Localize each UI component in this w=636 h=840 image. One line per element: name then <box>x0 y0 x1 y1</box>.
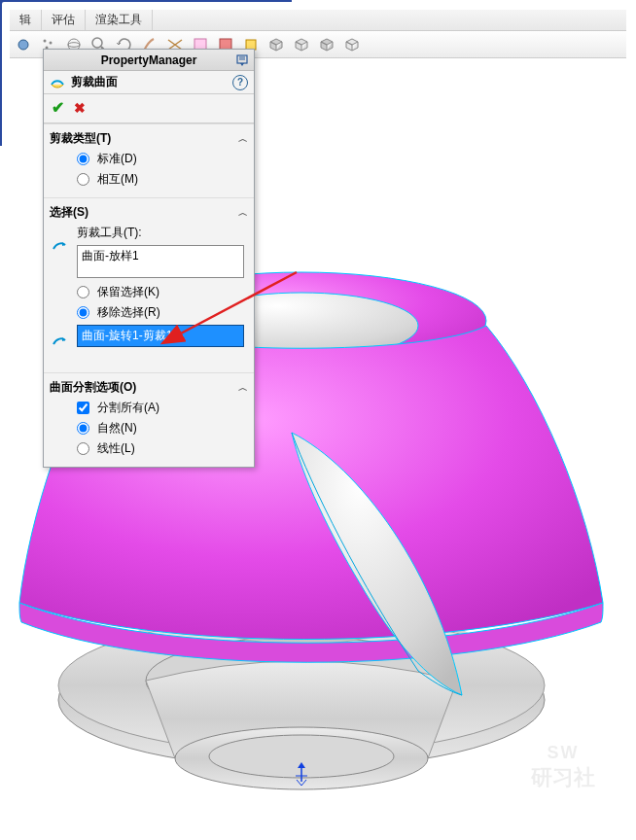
svg-point-1 <box>44 39 47 42</box>
trim-surface-icon <box>50 75 65 90</box>
svg-point-0 <box>18 40 28 50</box>
svg-point-5 <box>68 42 80 47</box>
radio-keep-selection[interactable]: 保留选择(K) <box>50 282 248 302</box>
toolbar-spot-icon[interactable] <box>14 35 33 54</box>
trim-tool-label: 剪裁工具(T): <box>50 223 248 243</box>
chevron-up-icon: ︿ <box>238 206 248 220</box>
target-selection-value: 曲面-旋转1-剪裁1 <box>82 329 172 342</box>
radio-linear[interactable]: 线性(L) <box>50 438 248 459</box>
section-head-trim-type[interactable]: 剪裁类型(T) ︿ <box>50 128 248 149</box>
selection-target-icon <box>50 331 69 350</box>
confirm-row: ✔ ✖ <box>44 94 254 123</box>
selection-tool-icon <box>50 235 69 255</box>
section-trim-type: 剪裁类型(T) ︿ 标准(D) 相互(M) <box>44 123 254 197</box>
help-icon[interactable]: ? <box>232 75 248 90</box>
toolbar-cube3-icon[interactable] <box>317 35 336 54</box>
trim-tool-value: 曲面-放样1 <box>82 249 139 262</box>
toolbar-cube1-icon[interactable] <box>266 35 286 54</box>
radio-mutual[interactable]: 相互(M) <box>50 169 248 190</box>
panel-title-text: PropertyManager <box>101 53 197 67</box>
trim-tool-selection-box[interactable]: 曲面-放样1 <box>77 245 244 278</box>
section-head-split[interactable]: 曲面分割选项(O) ︿ <box>50 377 248 398</box>
section-selection: 选择(S) ︿ 剪裁工具(T): 曲面-放样1 保留选择(K) 移除选择(R) <box>44 197 254 372</box>
toolbar-cube2-icon[interactable] <box>292 35 311 54</box>
selection-label: 选择(S) <box>50 204 88 221</box>
radio-standard-label: 标准(D) <box>97 151 137 167</box>
svg-point-2 <box>50 41 53 44</box>
menu-item-render[interactable]: 渲染工具 <box>86 10 153 30</box>
checkbox-split-all-label: 分割所有(A) <box>97 400 159 416</box>
section-split-options: 曲面分割选项(O) ︿ 分割所有(A) 自然(N) 线性(L) <box>44 372 254 467</box>
radio-linear-label: 线性(L) <box>97 440 135 457</box>
chevron-up-icon: ︿ <box>238 132 248 146</box>
radio-remove-label: 移除选择(R) <box>97 304 160 321</box>
panel-title-bar: PropertyManager <box>44 50 254 71</box>
svg-point-6 <box>92 38 102 48</box>
trim-type-label: 剪裁类型(T) <box>50 130 111 147</box>
feature-header: 剪裁曲面 ? <box>44 71 254 94</box>
watermark: SW 研习社 <box>519 723 607 811</box>
radio-standard[interactable]: 标准(D) <box>50 149 248 169</box>
ok-button[interactable]: ✔ <box>52 98 64 117</box>
radio-remove-selection[interactable]: 移除选择(R) <box>50 302 248 323</box>
radio-natural-label: 自然(N) <box>97 420 137 437</box>
radio-natural[interactable]: 自然(N) <box>50 418 248 438</box>
watermark-line1: SW <box>548 743 580 763</box>
app-frame: 辑 评估 渲染工具 <box>10 10 626 830</box>
radio-mutual-label: 相互(M) <box>97 171 138 188</box>
toolbar-cube4-icon[interactable] <box>342 35 362 54</box>
split-options-label: 曲面分割选项(O) <box>50 379 136 396</box>
watermark-line2: 研习社 <box>531 763 595 792</box>
checkbox-split-all[interactable]: 分割所有(A) <box>50 398 248 418</box>
feature-name: 剪裁曲面 <box>71 74 232 90</box>
cancel-button[interactable]: ✖ <box>74 100 86 116</box>
menu-item-evaluate[interactable]: 评估 <box>42 10 86 30</box>
section-head-selection[interactable]: 选择(S) ︿ <box>50 202 248 223</box>
property-manager-panel: PropertyManager 剪裁曲面 ? ✔ ✖ 剪裁类型(T) ︿ 标准(… <box>43 49 255 468</box>
chevron-up-icon: ︿ <box>238 381 248 395</box>
svg-rect-11 <box>246 40 256 50</box>
menu-item-edit[interactable]: 辑 <box>10 10 42 30</box>
pin-icon[interactable] <box>234 52 250 68</box>
menu-bar: 辑 评估 渲染工具 <box>10 10 626 31</box>
target-selection-box[interactable]: 曲面-旋转1-剪裁1 <box>77 325 244 347</box>
radio-keep-label: 保留选择(K) <box>97 284 159 300</box>
